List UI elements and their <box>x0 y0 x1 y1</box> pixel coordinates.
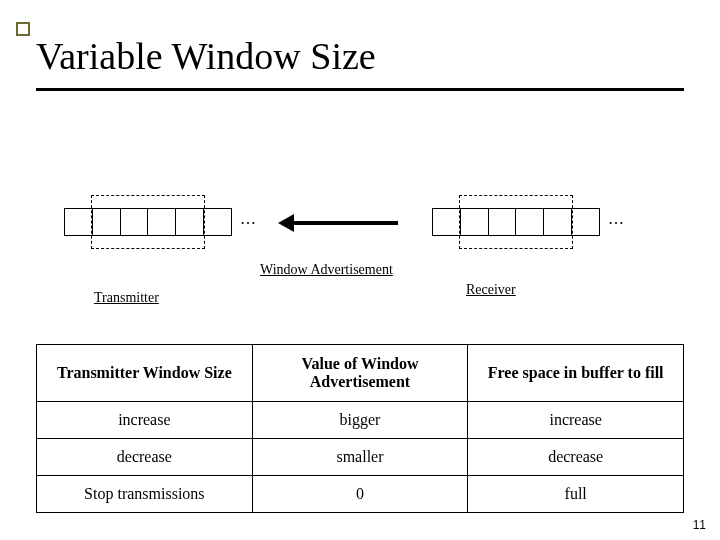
ellipsis-right: … <box>608 210 626 228</box>
window-diagram: … … Window Advertisement Transmitter Rec… <box>64 186 660 336</box>
transmitter-window-outline <box>91 195 205 249</box>
table-cell: decrease <box>468 439 684 476</box>
arrow-line <box>290 221 398 225</box>
label-receiver: Receiver <box>466 282 516 298</box>
label-transmitter: Transmitter <box>94 290 159 306</box>
buffer-cell <box>433 209 461 235</box>
slide-number: 11 <box>693 518 706 532</box>
table-cell: decrease <box>37 439 253 476</box>
table-row: increase bigger increase <box>37 402 684 439</box>
window-table: Transmitter Window Size Value of Window … <box>36 344 684 513</box>
table-head: Transmitter Window Size Value of Window … <box>37 345 684 402</box>
col-header: Free space in buffer to fill <box>468 345 684 402</box>
receiver-window-outline <box>459 195 573 249</box>
col-header: Value of Window Advertisement <box>252 345 468 402</box>
label-window-advertisement: Window Advertisement <box>260 262 393 278</box>
buffer-cell <box>65 209 93 235</box>
title-area: Variable Window Size <box>0 0 720 101</box>
table-body: increase bigger increase decrease smalle… <box>37 402 684 513</box>
slide-title: Variable Window Size <box>36 34 684 78</box>
table-cell: increase <box>468 402 684 439</box>
table-row: decrease smaller decrease <box>37 439 684 476</box>
col-header: Transmitter Window Size <box>37 345 253 402</box>
window-advertisement-arrow <box>278 219 398 227</box>
table-cell: 0 <box>252 476 468 513</box>
table-row: Stop transmissions 0 full <box>37 476 684 513</box>
table-header-row: Transmitter Window Size Value of Window … <box>37 345 684 402</box>
table-cell: smaller <box>252 439 468 476</box>
bullet-decor <box>16 22 30 36</box>
table-cell: bigger <box>252 402 468 439</box>
table-cell: increase <box>37 402 253 439</box>
table-cell: Stop transmissions <box>37 476 253 513</box>
table-cell: full <box>468 476 684 513</box>
ellipsis-left: … <box>240 210 258 228</box>
buffer-cell <box>204 209 231 235</box>
slide: Variable Window Size … … Window Ad <box>0 0 720 540</box>
title-rule <box>36 88 684 91</box>
buffer-cell <box>572 209 599 235</box>
